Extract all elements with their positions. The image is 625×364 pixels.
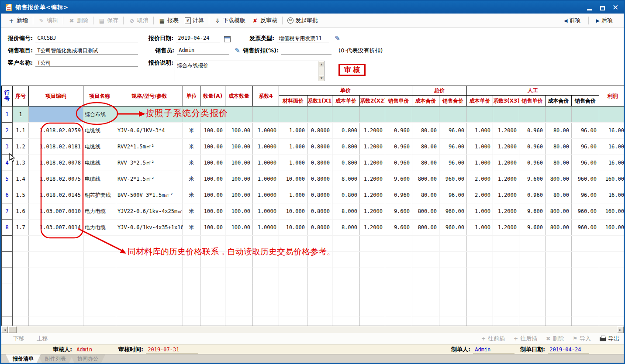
toolbar-unaudit-button[interactable]: ✘反审核 [249, 15, 280, 26]
grid-cell[interactable] [439, 316, 467, 326]
grid-cell[interactable] [200, 284, 225, 300]
grid-cell[interactable] [29, 284, 83, 300]
grid-cell[interactable] [493, 236, 519, 252]
grid-cell[interactable] [332, 316, 360, 326]
grid-cell[interactable]: 电力电缆 [83, 220, 116, 236]
grid-cell[interactable]: 100.00 [225, 220, 253, 236]
grid-cell[interactable] [412, 106, 439, 123]
grid-cell[interactable] [116, 268, 183, 284]
grid-cell[interactable]: 80.00 [546, 187, 572, 203]
grid-cell[interactable]: 9.600 [385, 220, 412, 236]
grid-cell[interactable] [200, 252, 225, 268]
line-number-cell[interactable] [2, 252, 13, 268]
grid-cell[interactable]: 1.2000 [493, 220, 519, 236]
grid-cell[interactable] [200, 300, 225, 316]
grid-cell[interactable]: 960.00 [572, 171, 599, 187]
tab-quote-list[interactable]: 报价清单 [6, 354, 41, 363]
scroll-up-icon[interactable]: ▲ [319, 62, 324, 66]
grid-cell[interactable]: 100.00 [200, 220, 225, 236]
grid-cell[interactable] [412, 252, 439, 268]
grid-cell[interactable] [385, 106, 412, 123]
grid-cell[interactable]: 1.2000 [360, 171, 385, 187]
grid-cell[interactable]: RVV2*1.5m㎡² [116, 139, 183, 155]
grid-cell[interactable]: 米 [183, 139, 200, 155]
grid-cell[interactable]: 0.8000 [307, 220, 332, 236]
grid-cell[interactable] [116, 284, 183, 300]
line-number-cell[interactable]: 7 [2, 203, 13, 220]
grid-cell[interactable]: 1.3 [13, 155, 29, 171]
move-up-button[interactable]: 上移 [37, 335, 48, 343]
grid-cell[interactable] [83, 236, 116, 252]
grid-cell[interactable] [519, 106, 546, 123]
grid-cell[interactable]: 96.00 [439, 187, 467, 203]
grid-cell[interactable]: 1.018.02.0078 [29, 155, 83, 171]
grid-cell[interactable] [519, 284, 546, 300]
grid-cell[interactable]: 1.2000 [493, 155, 519, 171]
grid-cell[interactable]: 80.00 [412, 187, 439, 203]
grid-cell[interactable] [493, 284, 519, 300]
grid-cell[interactable]: 0.960 [519, 187, 546, 203]
grid-cell[interactable] [599, 284, 624, 300]
toolbar-edit-button[interactable]: ✎编辑 [35, 15, 61, 26]
grid-cell[interactable] [493, 268, 519, 284]
grid-cell[interactable]: 1.018.02.0259 [29, 123, 83, 139]
grid-cell[interactable] [253, 106, 279, 123]
grid-cell[interactable]: 1.5 [13, 187, 29, 203]
grid-cell[interactable]: 9.600 [519, 203, 546, 220]
grid-cell[interactable]: 80.00 [546, 155, 572, 171]
grid-cell[interactable] [385, 284, 412, 300]
grid-cell[interactable]: 16.00 [599, 123, 624, 139]
scroll-left-icon[interactable]: ◄ [1, 326, 8, 333]
grid-cell[interactable] [519, 268, 546, 284]
grid-cell[interactable]: 米 [183, 187, 200, 203]
grid-cell[interactable]: 0.960 [385, 187, 412, 203]
grid-cell[interactable]: 100.00 [200, 123, 225, 139]
customer-field[interactable]: T公司 [35, 59, 138, 67]
grid-cell[interactable] [253, 252, 279, 268]
grid-cell[interactable] [83, 268, 116, 284]
grid-cell[interactable] [519, 300, 546, 316]
grid-cell[interactable]: 0.800 [332, 123, 360, 139]
grid-cell[interactable] [225, 300, 253, 316]
grid-cell[interactable] [279, 106, 307, 123]
grid-cell[interactable]: 1.2000 [360, 220, 385, 236]
grid-cell[interactable]: 96.00 [572, 187, 599, 203]
grid-cell[interactable]: 100.00 [200, 155, 225, 171]
quote-date-field[interactable]: 2019-04-24 [176, 35, 220, 42]
grid-cell[interactable]: 0.800 [332, 187, 360, 203]
line-number-cell[interactable]: 8 [2, 220, 13, 236]
grid-cell[interactable]: 电缆线 [83, 155, 116, 171]
grid-cell[interactable] [439, 268, 467, 284]
grid-cell[interactable] [307, 316, 332, 326]
grid-cell[interactable] [467, 316, 493, 326]
grid-cell[interactable]: 电缆线 [83, 123, 116, 139]
grid-cell[interactable]: 8.000 [332, 220, 360, 236]
grid-cell[interactable]: 1.0000 [253, 187, 279, 203]
grid-cell[interactable] [13, 284, 29, 300]
toolbar-add-button[interactable]: +新增 [5, 15, 31, 26]
grid-cell[interactable] [360, 106, 385, 123]
grid-cell[interactable]: 1.0000 [253, 123, 279, 139]
move-down-button[interactable]: 下移 [13, 335, 24, 343]
line-number-cell[interactable] [2, 316, 13, 326]
grid-cell[interactable]: 1.000 [467, 123, 493, 139]
grid-cell[interactable] [13, 268, 29, 284]
grid-cell[interactable]: 电缆线 [83, 139, 116, 155]
grid-cell[interactable]: 1.2000 [360, 123, 385, 139]
grid-cell[interactable]: 96.00 [572, 155, 599, 171]
grid-cell[interactable]: 800.00 [412, 171, 439, 187]
grid-cell[interactable]: 米 [183, 155, 200, 171]
grid-cell[interactable]: 1 [13, 106, 29, 123]
grid-cell[interactable] [200, 236, 225, 252]
insert-before-button[interactable]: +往前插 [481, 335, 505, 343]
grid-cell[interactable]: 1.018.02.0075 [29, 171, 83, 187]
grid-cell[interactable] [307, 300, 332, 316]
grid-cell[interactable]: 800.00 [546, 220, 572, 236]
grid-cell[interactable] [225, 236, 253, 252]
grid-cell[interactable] [493, 300, 519, 316]
grid-cell[interactable]: 1.2000 [493, 171, 519, 187]
grid-cell[interactable] [599, 236, 624, 252]
grid-cell[interactable] [467, 284, 493, 300]
grid-cell[interactable]: 100.00 [200, 139, 225, 155]
toolbar-start-approval-button[interactable]: oa发起审批 [284, 15, 321, 26]
